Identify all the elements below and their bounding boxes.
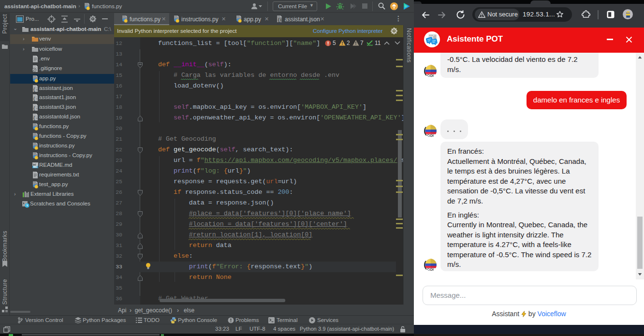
svg-text:MD: MD	[33, 165, 37, 168]
svg-text:{·}: {·}	[33, 88, 39, 92]
svg-text:{·}: {·}	[33, 116, 39, 121]
svg-text:{@}: {@}	[278, 18, 283, 23]
svg-text:{·}: {·}	[33, 106, 39, 111]
svg-text:{·}: {·}	[33, 97, 39, 102]
